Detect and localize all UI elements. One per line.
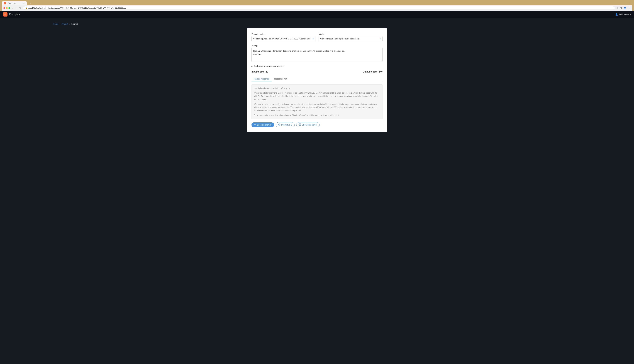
tab-response-raw[interactable]: Response raw xyxy=(272,76,290,82)
prompt-version-select[interactable]: Version 2 (Wed Feb 07 2024 19:39:45 GMT+… xyxy=(252,36,316,41)
model-select[interactable]: Claude Instant (anthropic.claude-instant… xyxy=(318,36,382,41)
logo-icon: P xyxy=(3,12,8,16)
tab-parsed-response[interactable]: Parsed response xyxy=(252,76,272,82)
show-time-travel-button[interactable]: Show time travel xyxy=(296,122,320,127)
toggle-arrow-icon: ▶ xyxy=(252,65,253,67)
execute-prompt-label: Execute prompt xyxy=(257,124,271,126)
tab-title: Promptus xyxy=(8,2,16,4)
time-travel-icon xyxy=(299,124,301,126)
traffic-lights xyxy=(4,7,10,9)
close-traffic-light[interactable] xyxy=(4,7,5,9)
show-time-travel-label: Show time travel xyxy=(302,124,317,126)
svg-point-7 xyxy=(278,124,280,126)
profile-button[interactable]: 👤 xyxy=(623,6,627,10)
bookmark-button[interactable]: ☆ xyxy=(616,6,619,10)
user-name: JWThewes xyxy=(619,13,629,16)
response-paragraph-2: When you talk to your friend Claude, you… xyxy=(254,92,380,101)
svg-rect-10 xyxy=(300,124,301,124)
input-tokens-label: Input tokens: 19 xyxy=(252,70,268,73)
breadcrumb-home[interactable]: Home xyxy=(53,23,58,25)
app-header: P Promptus 👤 JWThewes ▾ xyxy=(0,10,634,18)
model-group: Model Claude Instant (anthropic.claude-i… xyxy=(318,33,382,41)
app-logo: P Promptus xyxy=(3,12,20,16)
output-tokens-label: Output tokens: 140 xyxy=(363,70,382,73)
maximize-traffic-light[interactable] xyxy=(8,7,10,9)
svg-rect-11 xyxy=(299,125,300,126)
response-paragraph-4: So we have to be responsible when talkin… xyxy=(254,114,380,117)
menu-button[interactable]: ⋮ xyxy=(628,6,630,10)
prompt-version-select-wrapper: Version 2 (Wed Feb 07 2024 19:39:45 GMT+… xyxy=(252,36,316,41)
active-tab[interactable]: P Promptus ✕ xyxy=(2,1,27,5)
breadcrumb-sep-2: › xyxy=(69,23,70,25)
response-paragraph-3: We need to make sure we only ask Claude … xyxy=(254,102,380,112)
response-paragraph-1: Here is how I would explain it to a 5 ye… xyxy=(254,87,380,90)
prompt-version-label: Prompt version xyxy=(252,33,316,35)
lock-icon: 🔒 xyxy=(26,7,27,9)
svg-rect-6 xyxy=(255,124,256,125)
promptus-q-button[interactable]: Promptus Q xyxy=(276,122,295,127)
main-card: Prompt version Version 2 (Wed Feb 07 202… xyxy=(247,28,387,132)
svg-rect-9 xyxy=(299,124,300,124)
svg-rect-3 xyxy=(255,124,256,124)
user-dropdown-icon: ▾ xyxy=(630,13,631,16)
forward-button[interactable]: › xyxy=(15,6,17,10)
breadcrumb-project[interactable]: Project xyxy=(62,23,68,25)
prompt-textarea[interactable]: Human: What is important when designing … xyxy=(252,48,382,62)
execute-icon xyxy=(254,124,256,126)
content-area: Home › Project › Prompt Prompt version V… xyxy=(0,18,634,364)
user-icon: 👤 xyxy=(615,13,618,16)
url-text: dpze145z3mz7o.cloudfront.net/project/eb7… xyxy=(28,7,126,9)
response-box: Here is how I would explain it to a 5 ye… xyxy=(252,84,382,119)
back-button[interactable]: ‹ xyxy=(12,6,14,10)
app-name: Promptus xyxy=(9,13,20,16)
svg-point-8 xyxy=(279,124,280,125)
breadcrumb-sep-1: › xyxy=(60,23,60,25)
inference-toggle[interactable]: ▶ Anthropic inference parameters xyxy=(252,65,382,67)
extensions-panel-button[interactable]: ⧉ xyxy=(620,6,622,10)
svg-text:P: P xyxy=(4,14,6,15)
prompt-label: Prompt xyxy=(252,44,382,47)
tab-favicon: P xyxy=(4,2,6,4)
tokens-row: Input tokens: 19 Output tokens: 140 xyxy=(252,70,382,73)
prompt-version-group: Prompt version Version 2 (Wed Feb 07 202… xyxy=(252,33,316,41)
svg-rect-12 xyxy=(300,125,301,126)
new-tab-button[interactable]: + xyxy=(28,1,33,5)
action-buttons: Execute prompt Promptus Q xyxy=(252,122,382,127)
browser-controls: ‹ › ↻ 🔒 dpze145z3mz7o.cloudfront.net/pro… xyxy=(2,5,632,10)
browser-actions: ☆ ⧉ 👤 ⋮ xyxy=(616,6,630,10)
tabs-row: Parsed response Response raw xyxy=(252,76,382,82)
form-top-row: Prompt version Version 2 (Wed Feb 07 202… xyxy=(252,33,382,41)
model-select-wrapper: Claude Instant (anthropic.claude-instant… xyxy=(318,36,382,41)
tab-bar: P Promptus ✕ + ⋯ xyxy=(2,1,632,5)
reload-button[interactable]: ↻ xyxy=(18,6,22,10)
breadcrumb: Home › Project › Prompt xyxy=(0,23,634,28)
promptus-q-icon xyxy=(278,124,280,126)
svg-rect-2 xyxy=(254,124,255,124)
prompt-group: Prompt Human: What is important when des… xyxy=(252,44,382,62)
extensions-button[interactable]: ⋯ xyxy=(628,2,632,5)
browser-chrome: P Promptus ✕ + ⋯ ‹ › ↻ 🔒 dpze145z3mz7o.c… xyxy=(0,0,634,10)
svg-rect-5 xyxy=(254,124,255,125)
model-label: Model xyxy=(318,33,382,35)
execute-prompt-button[interactable]: Execute prompt xyxy=(252,122,274,127)
svg-rect-4 xyxy=(256,124,256,124)
promptus-q-label: Promptus Q xyxy=(281,124,292,126)
tab-close-button[interactable]: ✕ xyxy=(23,2,25,4)
breadcrumb-current: Prompt xyxy=(71,23,78,25)
user-menu[interactable]: 👤 JWThewes ▾ xyxy=(615,13,631,16)
minimize-traffic-light[interactable] xyxy=(6,7,8,9)
inference-toggle-label: Anthropic inference parameters xyxy=(254,65,284,67)
address-bar[interactable]: 🔒 dpze145z3mz7o.cloudfront.net/project/e… xyxy=(23,6,615,10)
